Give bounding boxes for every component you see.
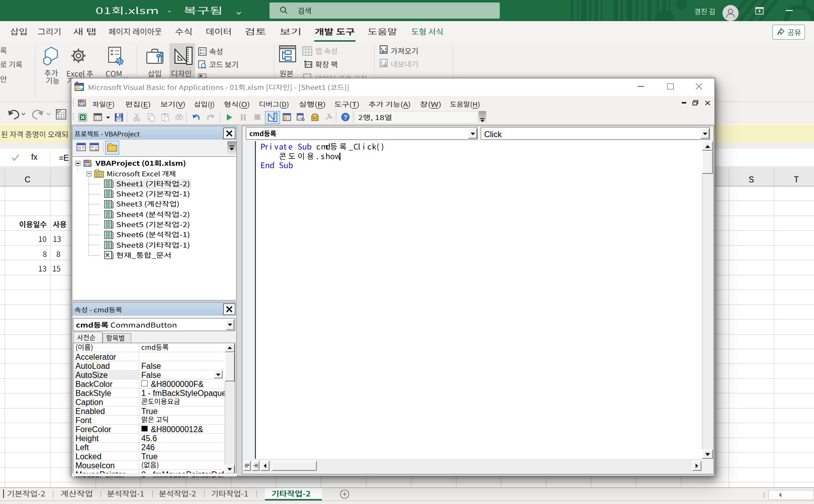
svg-text:?: ?: [343, 114, 347, 121]
